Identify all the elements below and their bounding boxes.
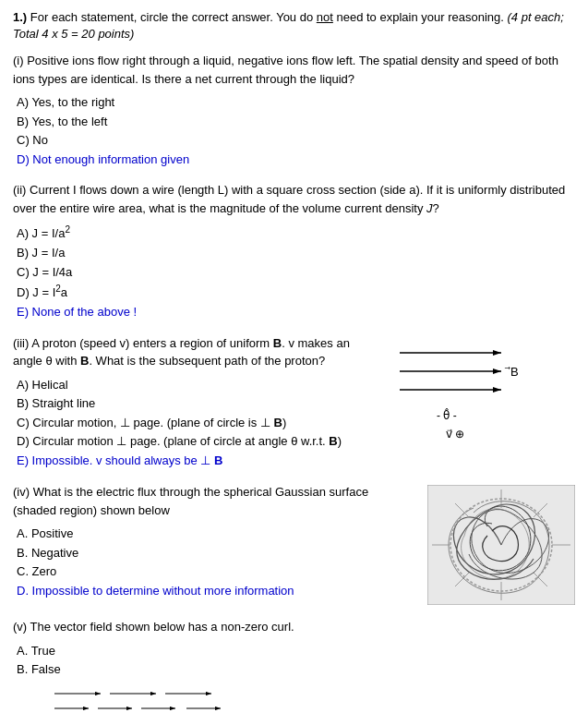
header-text: 1.) For each statement, circle the corre… xyxy=(13,10,564,41)
header-bold: 1.) xyxy=(13,10,27,24)
question-v-prompt: (v) The vector field shown below has a n… xyxy=(13,618,575,636)
question-v: (v) The vector field shown below has a n… xyxy=(13,618,575,713)
flux-diagram xyxy=(427,485,575,605)
header: 1.) For each statement, circle the corre… xyxy=(13,9,575,42)
question-i: (i) Positive ions flow right through a l… xyxy=(13,52,575,168)
question-ii-answers: A) J = I/a2 B) J = I/a C) J = I/4a D) J … xyxy=(17,223,575,320)
question-ii: (ii) Current I flows down a wire (length… xyxy=(13,181,575,320)
answer-ii-d: D) J = I2a xyxy=(17,282,575,302)
curl-diagram xyxy=(50,683,575,713)
header-italic: (4 pt each; Total 4 x 5 = 20 points) xyxy=(13,10,564,41)
answer-iii-e: E) Impossible. v should always be ⊥ B xyxy=(17,452,575,470)
flux-svg xyxy=(427,485,575,605)
question-i-answers: A) Yes, to the right B) Yes, to the left… xyxy=(17,93,575,168)
theta-label: - θ̂ - xyxy=(437,408,457,422)
proton-diagram: ⃗B - θ̂ - v⃗ ⊕ xyxy=(390,334,575,445)
answer-v-a: A. True xyxy=(17,642,575,660)
b-label: ⃗B xyxy=(504,365,519,379)
question-iv: (iv) What is the electric flux through t… xyxy=(13,483,575,605)
v-label: v⃗ ⊕ xyxy=(446,428,464,441)
answer-i-b: B) Yes, to the left xyxy=(17,113,575,131)
answer-v-b: B. False xyxy=(17,660,575,679)
question-v-answers: A. True B. False xyxy=(17,642,575,679)
proton-svg: ⃗B - θ̂ - v⃗ ⊕ xyxy=(390,334,566,445)
answer-i-c: C) No xyxy=(17,131,575,150)
answer-ii-e: E) None of the above ! xyxy=(17,303,575,321)
curl-svg xyxy=(50,683,253,713)
answer-i-a: A) Yes, to the right xyxy=(17,93,575,112)
answer-i-d: D) Not enough information given xyxy=(17,151,575,169)
answer-ii-b: B) J = I/a xyxy=(17,244,575,262)
question-i-prompt: (i) Positive ions flow right through a l… xyxy=(13,52,575,88)
answer-ii-c: C) J = I/4a xyxy=(17,263,575,282)
header-underline: not xyxy=(317,10,333,24)
answer-ii-a: A) J = I/a2 xyxy=(17,223,575,243)
question-iii: ⃗B - θ̂ - v⃗ ⊕ (iii) A proton (speed v) … xyxy=(13,334,575,471)
question-ii-prompt: (ii) Current I flows down a wire (length… xyxy=(13,181,575,217)
